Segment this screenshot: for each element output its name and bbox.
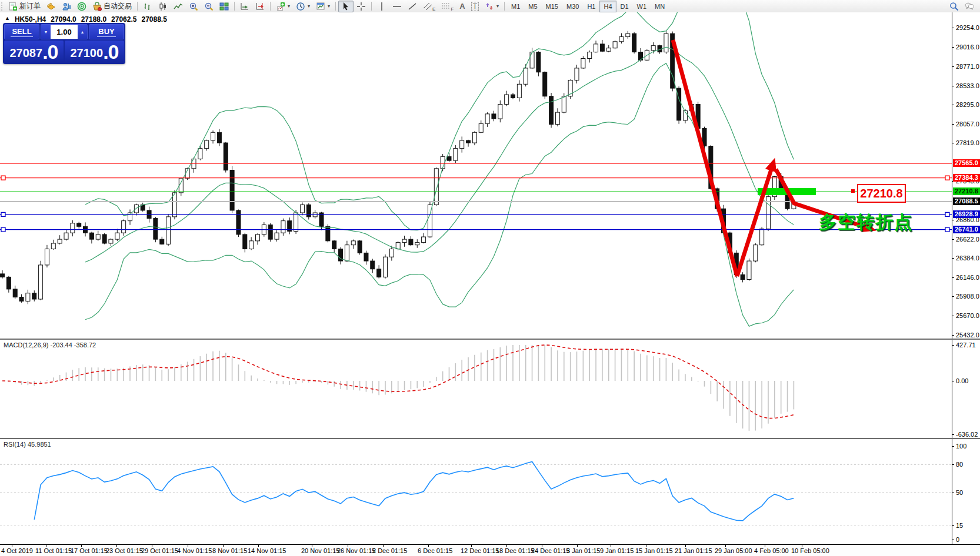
vertical-line-icon: [377, 2, 386, 11]
market-watch-button[interactable]: [59, 1, 74, 12]
autotrade-button[interactable]: 自动交易: [89, 1, 135, 12]
ohlc-open: 27094.0: [51, 15, 76, 24]
arrows-dropdown-arrow[interactable]: ▾: [496, 4, 499, 9]
autotrade-label: 自动交易: [104, 1, 132, 11]
toolbar-separator: [234, 2, 235, 11]
macd-tick-label: -636.02: [956, 431, 978, 438]
indicators-icon: [276, 2, 285, 11]
indicators-button[interactable]: ▾: [273, 1, 293, 12]
zoom-out-button[interactable]: [201, 1, 216, 12]
tile-windows-button[interactable]: [216, 1, 232, 12]
time-label: 3 Jan 01:15: [566, 547, 601, 554]
timeframe-MN[interactable]: MN: [651, 1, 669, 12]
toolbar-separator: [335, 2, 336, 11]
trendline-tool-button[interactable]: [405, 1, 420, 12]
crosshair-tool-button[interactable]: [354, 1, 369, 12]
main-chart-pane: ▲ HK50-,H4 27094.0 27188.0 27062.5 27088…: [0, 12, 980, 339]
channel-tool-button[interactable]: E: [420, 1, 438, 12]
time-axis[interactable]: 4 Oct 201911 Oct 01:1517 Oct 01:1523 Oct…: [0, 544, 980, 556]
time-label: 11 Oct 01:15: [35, 547, 72, 554]
sell-price[interactable]: 27087.0: [4, 41, 64, 62]
timeframe-M15[interactable]: M15: [542, 1, 562, 12]
signals-icon: [77, 2, 86, 11]
arrows-tool-button[interactable]: ▾: [482, 1, 502, 12]
volume-stepper: ▼ 1.00 ▲: [41, 24, 88, 39]
ohlc-high: 27188.0: [81, 15, 106, 24]
label-tool-button[interactable]: T: [468, 1, 482, 12]
callout-handle[interactable]: [851, 189, 855, 193]
time-label: 6 Dec 01:15: [418, 547, 452, 554]
templates-icon: [316, 2, 325, 11]
buy-price[interactable]: 27100.0: [65, 41, 124, 62]
periods-dropdown-arrow[interactable]: ▾: [308, 4, 310, 9]
horizontal-line-tool-button[interactable]: [389, 1, 405, 12]
templates-button[interactable]: ▾: [313, 1, 333, 12]
price-badge: 26928.9: [953, 210, 980, 218]
rsi-axis: 1008050150: [952, 439, 980, 544]
candlestick-chart-button[interactable]: [155, 1, 171, 12]
search-icon[interactable]: [949, 2, 959, 11]
macd-canvas[interactable]: [0, 340, 952, 438]
timeframe-W1[interactable]: W1: [633, 1, 651, 12]
price-badge: 26741.0: [953, 226, 980, 233]
volume-down-button[interactable]: ▼: [41, 25, 51, 39]
price-tick-label: 29016.0: [956, 43, 979, 51]
chat-icon[interactable]: [965, 2, 974, 11]
mt4-window: 新订单 自动交易: [0, 0, 980, 556]
zoom-in-button[interactable]: [186, 1, 201, 12]
price-badge: 27565.0: [953, 159, 980, 167]
timeframe-H1[interactable]: H1: [583, 1, 599, 12]
time-label: 10 Feb 05:00: [791, 547, 829, 554]
text-tool-button[interactable]: A: [456, 1, 468, 12]
price-callout[interactable]: 27210.8: [857, 184, 906, 203]
price-tick-label: 28771.0: [956, 63, 979, 70]
trendline-icon: [408, 2, 417, 11]
price-tick-label: 25908.0: [956, 293, 979, 300]
indicators-dropdown-arrow[interactable]: ▾: [288, 4, 290, 9]
periods-button[interactable]: ▾: [293, 1, 313, 12]
main-chart-canvas[interactable]: [0, 12, 952, 339]
timeframe-M5[interactable]: M5: [524, 1, 541, 12]
price-tick-label: 28057.0: [956, 120, 979, 128]
one-click-trading-panel: SELL ▼ 1.00 ▲ BUY 27087.0 27100.0: [3, 23, 125, 64]
collapse-arrow-icon[interactable]: ▲: [5, 15, 10, 24]
new-order-icon: [8, 2, 18, 11]
templates-dropdown-arrow[interactable]: ▾: [328, 4, 330, 9]
signals-button[interactable]: [74, 1, 89, 12]
scroll-to-end-icon: [240, 2, 249, 11]
bar-chart-button[interactable]: [140, 1, 155, 12]
sell-button[interactable]: SELL: [4, 24, 39, 39]
time-label: 18 Dec 01:15: [496, 547, 534, 554]
timeframe-H4[interactable]: H4: [599, 1, 616, 12]
fibo-letter: F: [451, 6, 454, 12]
line-chart-button[interactable]: [171, 1, 186, 12]
new-order-button[interactable]: 新订单: [5, 1, 44, 12]
time-label: 4 Oct 2019: [1, 547, 33, 554]
rsi-canvas[interactable]: [0, 439, 952, 544]
shift-chart-button[interactable]: [252, 1, 268, 12]
market-watch-icon: [62, 2, 71, 11]
fibonacci-icon: [441, 2, 451, 11]
volume-input[interactable]: 1.00: [51, 25, 78, 39]
time-label: 17 Oct 01:15: [71, 547, 108, 554]
price-tick-label: 28295.0: [956, 101, 979, 108]
fibonacci-tool-button[interactable]: F: [438, 1, 456, 12]
timeframe-M30[interactable]: M30: [562, 1, 583, 12]
toolbar-separator: [371, 2, 372, 11]
symbol-header: ▲ HK50-,H4 27094.0 27188.0 27062.5 27088…: [5, 15, 167, 24]
toolbar: 新订单 自动交易: [0, 0, 980, 13]
timeframe-D1[interactable]: D1: [616, 1, 633, 12]
time-label: 21 Jan 01:15: [675, 547, 712, 554]
scroll-to-end-button[interactable]: [237, 1, 252, 12]
volume-up-button[interactable]: ▲: [78, 25, 87, 39]
vertical-line-tool-button[interactable]: [374, 1, 389, 12]
rsi-pane: RSI(14) 45.9851 1008050150: [0, 439, 980, 544]
profile-button[interactable]: [44, 1, 59, 12]
buy-button[interactable]: BUY: [89, 24, 124, 39]
macd-value-signal: -358.72: [74, 341, 96, 349]
toolbar-separator: [504, 2, 505, 11]
cursor-tool-button[interactable]: [338, 1, 354, 12]
toolbar-separator: [270, 2, 271, 11]
toolbar-grip[interactable]: [1, 2, 4, 11]
timeframe-M1[interactable]: M1: [507, 1, 524, 12]
